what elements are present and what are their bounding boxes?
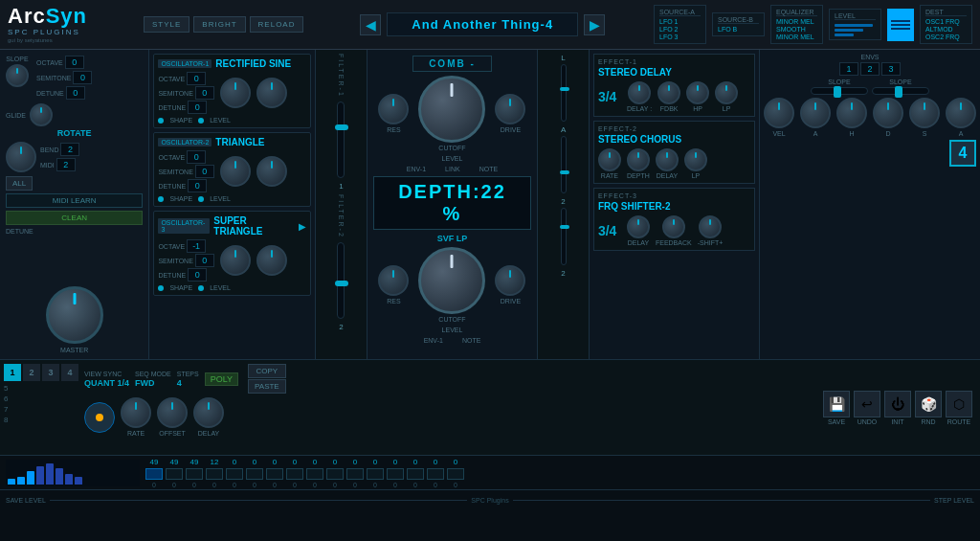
seq-step-box-13[interactable] xyxy=(407,468,424,480)
osc2-level-knob[interactable] xyxy=(256,156,287,187)
reload-button[interactable]: RELOAD xyxy=(250,16,304,33)
style-button[interactable]: STYLE xyxy=(144,16,189,33)
drive2-knob[interactable] xyxy=(495,265,525,296)
lfo-btn-2[interactable]: 2 xyxy=(23,364,40,381)
midi-learn-button[interactable]: MIDI LEARN xyxy=(6,193,143,208)
master-knob[interactable] xyxy=(46,286,103,344)
filter2-slider[interactable] xyxy=(337,242,345,319)
effect1-fdbk-knob[interactable] xyxy=(657,81,680,104)
paste-button[interactable]: PASTE xyxy=(248,379,286,394)
seq-bar-1[interactable] xyxy=(17,477,25,485)
bend-knob[interactable] xyxy=(6,142,36,172)
osc1-id: OSCILLATOR-1 xyxy=(158,59,212,68)
lfo-rate-knob[interactable] xyxy=(121,397,151,428)
seq-steps: 490490490120000000000000000000000000 xyxy=(145,458,974,488)
seq-bar-3[interactable] xyxy=(36,466,44,485)
seq-step-val-1: 49 xyxy=(170,458,179,466)
eq-icon-box[interactable] xyxy=(887,9,914,41)
lfo-btn-4[interactable]: 4 xyxy=(61,364,78,381)
seq-step-box-11[interactable] xyxy=(367,468,384,480)
preset-next-button[interactable]: ▶ xyxy=(584,14,605,35)
seq-bar-2[interactable] xyxy=(27,471,34,485)
seq-step-box-7[interactable] xyxy=(286,468,303,480)
seq-step-sub-0: 0 xyxy=(152,482,156,488)
bright-button[interactable]: BRIGHT xyxy=(193,16,245,33)
res2-knob[interactable] xyxy=(378,265,409,296)
level-slider-a[interactable] xyxy=(561,136,567,193)
osc3-arrow[interactable]: ▶ xyxy=(299,221,306,232)
slope-knob[interactable] xyxy=(6,64,29,87)
level-slider-2[interactable] xyxy=(561,208,567,265)
osc3-shape-knob[interactable] xyxy=(220,245,251,276)
lfo-offset-knob[interactable] xyxy=(157,397,188,428)
seq-step-box-6[interactable] xyxy=(266,468,283,480)
osc3-dot xyxy=(158,285,164,291)
dest-item-1: OSC1 FRQ xyxy=(925,18,967,25)
seq-step-box-5[interactable] xyxy=(246,468,263,480)
route-action[interactable]: ⬡ ROUTE xyxy=(946,391,972,425)
slope-slider-2[interactable] xyxy=(872,87,929,95)
osc3-level-knob[interactable] xyxy=(256,245,287,276)
effect1-section: EFFECT-1 STEREO DELAY 3/4 DELAY : FDBK H… xyxy=(593,54,755,117)
effect3-delay-knob[interactable] xyxy=(627,215,650,238)
all-button[interactable]: ALL xyxy=(6,176,33,191)
preset-prev-button[interactable]: ◀ xyxy=(360,14,381,35)
lfo-rows: 5 6 7 8 xyxy=(4,384,80,424)
res1-knob[interactable] xyxy=(378,94,409,124)
effect2-lp-knob[interactable] xyxy=(684,148,707,171)
effect1-delay-knob[interactable] xyxy=(628,81,651,104)
seq-step-box-2[interactable] xyxy=(186,468,203,480)
seq-step-box-15[interactable] xyxy=(447,468,464,480)
seq-bar-6[interactable] xyxy=(65,474,73,485)
seq-bar-0[interactable] xyxy=(8,479,15,485)
d-knob[interactable] xyxy=(873,98,903,128)
effect3-shift-knob[interactable] xyxy=(699,215,722,238)
seq-step-box-10[interactable] xyxy=(346,468,364,480)
osc1-shape-knob[interactable] xyxy=(220,78,251,108)
cutoff1-knob[interactable] xyxy=(418,76,485,143)
seq-bar-5[interactable] xyxy=(56,468,63,485)
copy-button[interactable]: COPY xyxy=(248,364,286,378)
seq-step-box-9[interactable] xyxy=(326,468,344,480)
rnd-action[interactable]: 🎲 RND xyxy=(915,391,942,425)
a-knob[interactable] xyxy=(800,98,831,128)
seq-bar-7[interactable] xyxy=(75,477,82,485)
seq-bar-4[interactable] xyxy=(46,463,54,485)
level-slider-l[interactable] xyxy=(561,64,567,122)
osc2-shape-knob[interactable] xyxy=(220,156,251,187)
r-knob[interactable] xyxy=(946,98,976,128)
lfo-delay-knob[interactable] xyxy=(193,397,224,428)
lfo-btn-1[interactable]: 1 xyxy=(4,364,21,381)
effect1-hp-knob[interactable] xyxy=(686,81,709,104)
seq-step-box-14[interactable] xyxy=(427,468,444,480)
osc1-level-knob[interactable] xyxy=(256,78,287,108)
seq-step-box-4[interactable] xyxy=(226,468,243,480)
drive1-knob[interactable] xyxy=(495,94,525,124)
effect2-depth-knob[interactable] xyxy=(627,148,650,171)
cutoff2-knob[interactable] xyxy=(418,247,485,314)
slope-slider-1[interactable] xyxy=(811,87,868,95)
lfo-btn-3[interactable]: 3 xyxy=(42,364,59,381)
seq-step-box-3[interactable] xyxy=(206,468,223,480)
seq-step-box-12[interactable] xyxy=(387,468,404,480)
effect2-delay-knob[interactable] xyxy=(656,148,679,171)
save-level-label: SAVE LEVEL xyxy=(6,497,46,504)
save-action[interactable]: 💾 SAVE xyxy=(823,391,850,425)
effect2-rate-knob[interactable] xyxy=(598,148,621,171)
s-knob[interactable] xyxy=(909,98,940,128)
glide-knob[interactable] xyxy=(30,103,53,126)
effect3-feedback-knob[interactable] xyxy=(662,215,685,238)
undo-action[interactable]: ↩ UNDO xyxy=(854,391,880,425)
seq-step-val-8: 0 xyxy=(313,458,317,466)
clean-button[interactable]: CLEAN xyxy=(6,211,143,225)
filter1-slider[interactable] xyxy=(337,101,345,178)
seq-step-box-0[interactable] xyxy=(145,468,163,480)
h-knob[interactable] xyxy=(836,98,867,128)
vel-knob[interactable] xyxy=(764,98,794,128)
bend-value: 2 xyxy=(60,143,79,156)
seq-step-box-8[interactable] xyxy=(306,468,323,480)
seq-step-box-1[interactable] xyxy=(166,468,183,480)
env-active-number[interactable]: 4 xyxy=(949,140,976,167)
init-action[interactable]: ⏻ INIT xyxy=(884,391,911,425)
effect1-lp-knob[interactable] xyxy=(715,81,738,104)
